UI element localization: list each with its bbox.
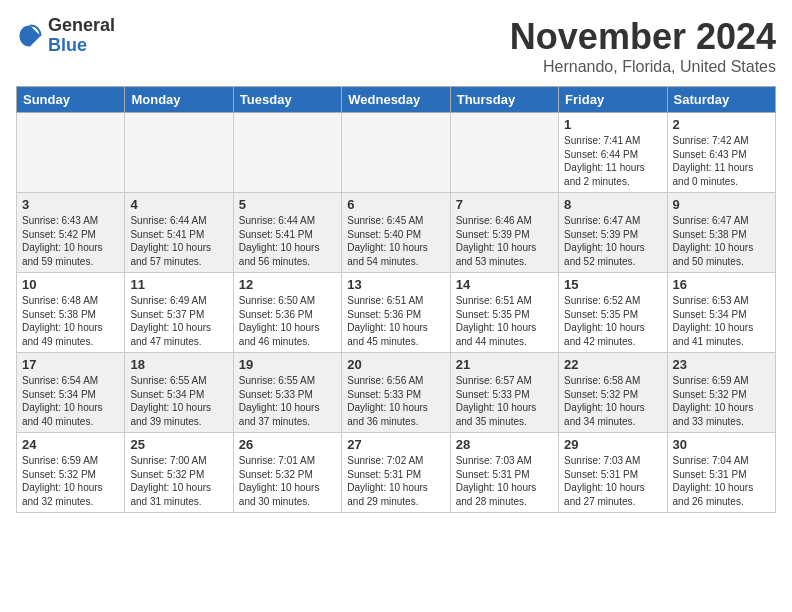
day-number: 16 bbox=[673, 277, 770, 292]
calendar-cell: 10Sunrise: 6:48 AM Sunset: 5:38 PM Dayli… bbox=[17, 273, 125, 353]
calendar-cell: 20Sunrise: 6:56 AM Sunset: 5:33 PM Dayli… bbox=[342, 353, 450, 433]
day-number: 29 bbox=[564, 437, 661, 452]
calendar-cell: 13Sunrise: 6:51 AM Sunset: 5:36 PM Dayli… bbox=[342, 273, 450, 353]
calendar-week-4: 17Sunrise: 6:54 AM Sunset: 5:34 PM Dayli… bbox=[17, 353, 776, 433]
day-info: Sunrise: 6:53 AM Sunset: 5:34 PM Dayligh… bbox=[673, 294, 770, 348]
calendar-cell: 7Sunrise: 6:46 AM Sunset: 5:39 PM Daylig… bbox=[450, 193, 558, 273]
day-number: 26 bbox=[239, 437, 336, 452]
calendar-cell: 6Sunrise: 6:45 AM Sunset: 5:40 PM Daylig… bbox=[342, 193, 450, 273]
calendar-cell: 4Sunrise: 6:44 AM Sunset: 5:41 PM Daylig… bbox=[125, 193, 233, 273]
calendar-cell: 16Sunrise: 6:53 AM Sunset: 5:34 PM Dayli… bbox=[667, 273, 775, 353]
day-info: Sunrise: 7:42 AM Sunset: 6:43 PM Dayligh… bbox=[673, 134, 770, 188]
day-number: 14 bbox=[456, 277, 553, 292]
day-info: Sunrise: 6:44 AM Sunset: 5:41 PM Dayligh… bbox=[130, 214, 227, 268]
day-info: Sunrise: 6:51 AM Sunset: 5:36 PM Dayligh… bbox=[347, 294, 444, 348]
day-info: Sunrise: 6:55 AM Sunset: 5:33 PM Dayligh… bbox=[239, 374, 336, 428]
day-info: Sunrise: 6:59 AM Sunset: 5:32 PM Dayligh… bbox=[673, 374, 770, 428]
calendar-cell: 21Sunrise: 6:57 AM Sunset: 5:33 PM Dayli… bbox=[450, 353, 558, 433]
day-number: 9 bbox=[673, 197, 770, 212]
day-number: 1 bbox=[564, 117, 661, 132]
calendar-cell: 30Sunrise: 7:04 AM Sunset: 5:31 PM Dayli… bbox=[667, 433, 775, 513]
logo-general-text: General bbox=[48, 16, 115, 36]
calendar-cell: 2Sunrise: 7:42 AM Sunset: 6:43 PM Daylig… bbox=[667, 113, 775, 193]
calendar-body: 1Sunrise: 7:41 AM Sunset: 6:44 PM Daylig… bbox=[17, 113, 776, 513]
day-info: Sunrise: 6:47 AM Sunset: 5:39 PM Dayligh… bbox=[564, 214, 661, 268]
day-info: Sunrise: 6:55 AM Sunset: 5:34 PM Dayligh… bbox=[130, 374, 227, 428]
calendar-cell: 1Sunrise: 7:41 AM Sunset: 6:44 PM Daylig… bbox=[559, 113, 667, 193]
calendar-cell: 12Sunrise: 6:50 AM Sunset: 5:36 PM Dayli… bbox=[233, 273, 341, 353]
day-number: 5 bbox=[239, 197, 336, 212]
day-number: 13 bbox=[347, 277, 444, 292]
day-number: 24 bbox=[22, 437, 119, 452]
calendar-header: SundayMondayTuesdayWednesdayThursdayFrid… bbox=[17, 87, 776, 113]
weekday-header-thursday: Thursday bbox=[450, 87, 558, 113]
calendar-cell bbox=[233, 113, 341, 193]
calendar-cell: 22Sunrise: 6:58 AM Sunset: 5:32 PM Dayli… bbox=[559, 353, 667, 433]
weekday-header-friday: Friday bbox=[559, 87, 667, 113]
day-number: 27 bbox=[347, 437, 444, 452]
weekday-row: SundayMondayTuesdayWednesdayThursdayFrid… bbox=[17, 87, 776, 113]
day-info: Sunrise: 7:01 AM Sunset: 5:32 PM Dayligh… bbox=[239, 454, 336, 508]
day-number: 19 bbox=[239, 357, 336, 372]
day-info: Sunrise: 6:54 AM Sunset: 5:34 PM Dayligh… bbox=[22, 374, 119, 428]
day-info: Sunrise: 6:56 AM Sunset: 5:33 PM Dayligh… bbox=[347, 374, 444, 428]
calendar-cell: 17Sunrise: 6:54 AM Sunset: 5:34 PM Dayli… bbox=[17, 353, 125, 433]
calendar-cell: 3Sunrise: 6:43 AM Sunset: 5:42 PM Daylig… bbox=[17, 193, 125, 273]
page-header: General Blue November 2024 Hernando, Flo… bbox=[16, 16, 776, 76]
day-info: Sunrise: 6:51 AM Sunset: 5:35 PM Dayligh… bbox=[456, 294, 553, 348]
day-info: Sunrise: 6:57 AM Sunset: 5:33 PM Dayligh… bbox=[456, 374, 553, 428]
calendar-cell: 23Sunrise: 6:59 AM Sunset: 5:32 PM Dayli… bbox=[667, 353, 775, 433]
weekday-header-sunday: Sunday bbox=[17, 87, 125, 113]
day-info: Sunrise: 7:00 AM Sunset: 5:32 PM Dayligh… bbox=[130, 454, 227, 508]
day-number: 7 bbox=[456, 197, 553, 212]
calendar-cell: 14Sunrise: 6:51 AM Sunset: 5:35 PM Dayli… bbox=[450, 273, 558, 353]
calendar-cell: 24Sunrise: 6:59 AM Sunset: 5:32 PM Dayli… bbox=[17, 433, 125, 513]
calendar-cell: 26Sunrise: 7:01 AM Sunset: 5:32 PM Dayli… bbox=[233, 433, 341, 513]
day-number: 28 bbox=[456, 437, 553, 452]
calendar-cell: 27Sunrise: 7:02 AM Sunset: 5:31 PM Dayli… bbox=[342, 433, 450, 513]
day-info: Sunrise: 6:44 AM Sunset: 5:41 PM Dayligh… bbox=[239, 214, 336, 268]
title-area: November 2024 Hernando, Florida, United … bbox=[510, 16, 776, 76]
day-info: Sunrise: 6:48 AM Sunset: 5:38 PM Dayligh… bbox=[22, 294, 119, 348]
day-info: Sunrise: 6:43 AM Sunset: 5:42 PM Dayligh… bbox=[22, 214, 119, 268]
day-info: Sunrise: 6:46 AM Sunset: 5:39 PM Dayligh… bbox=[456, 214, 553, 268]
calendar-week-3: 10Sunrise: 6:48 AM Sunset: 5:38 PM Dayli… bbox=[17, 273, 776, 353]
day-number: 8 bbox=[564, 197, 661, 212]
day-info: Sunrise: 6:47 AM Sunset: 5:38 PM Dayligh… bbox=[673, 214, 770, 268]
day-info: Sunrise: 7:03 AM Sunset: 5:31 PM Dayligh… bbox=[564, 454, 661, 508]
calendar-cell bbox=[17, 113, 125, 193]
calendar-week-1: 1Sunrise: 7:41 AM Sunset: 6:44 PM Daylig… bbox=[17, 113, 776, 193]
day-info: Sunrise: 6:52 AM Sunset: 5:35 PM Dayligh… bbox=[564, 294, 661, 348]
calendar-cell: 15Sunrise: 6:52 AM Sunset: 5:35 PM Dayli… bbox=[559, 273, 667, 353]
day-number: 6 bbox=[347, 197, 444, 212]
weekday-header-saturday: Saturday bbox=[667, 87, 775, 113]
weekday-header-tuesday: Tuesday bbox=[233, 87, 341, 113]
calendar-cell: 29Sunrise: 7:03 AM Sunset: 5:31 PM Dayli… bbox=[559, 433, 667, 513]
day-number: 20 bbox=[347, 357, 444, 372]
calendar-cell: 8Sunrise: 6:47 AM Sunset: 5:39 PM Daylig… bbox=[559, 193, 667, 273]
day-number: 30 bbox=[673, 437, 770, 452]
day-number: 11 bbox=[130, 277, 227, 292]
calendar-week-5: 24Sunrise: 6:59 AM Sunset: 5:32 PM Dayli… bbox=[17, 433, 776, 513]
location: Hernando, Florida, United States bbox=[510, 58, 776, 76]
calendar-cell: 28Sunrise: 7:03 AM Sunset: 5:31 PM Dayli… bbox=[450, 433, 558, 513]
calendar-cell: 19Sunrise: 6:55 AM Sunset: 5:33 PM Dayli… bbox=[233, 353, 341, 433]
day-number: 4 bbox=[130, 197, 227, 212]
calendar-cell: 18Sunrise: 6:55 AM Sunset: 5:34 PM Dayli… bbox=[125, 353, 233, 433]
day-number: 23 bbox=[673, 357, 770, 372]
calendar-cell bbox=[125, 113, 233, 193]
day-info: Sunrise: 7:04 AM Sunset: 5:31 PM Dayligh… bbox=[673, 454, 770, 508]
day-number: 18 bbox=[130, 357, 227, 372]
month-title: November 2024 bbox=[510, 16, 776, 58]
calendar-cell: 9Sunrise: 6:47 AM Sunset: 5:38 PM Daylig… bbox=[667, 193, 775, 273]
day-number: 10 bbox=[22, 277, 119, 292]
day-number: 2 bbox=[673, 117, 770, 132]
day-number: 21 bbox=[456, 357, 553, 372]
day-info: Sunrise: 6:50 AM Sunset: 5:36 PM Dayligh… bbox=[239, 294, 336, 348]
day-info: Sunrise: 7:02 AM Sunset: 5:31 PM Dayligh… bbox=[347, 454, 444, 508]
logo-blue-text: Blue bbox=[48, 36, 115, 56]
day-info: Sunrise: 7:03 AM Sunset: 5:31 PM Dayligh… bbox=[456, 454, 553, 508]
day-number: 15 bbox=[564, 277, 661, 292]
day-info: Sunrise: 6:49 AM Sunset: 5:37 PM Dayligh… bbox=[130, 294, 227, 348]
calendar-week-2: 3Sunrise: 6:43 AM Sunset: 5:42 PM Daylig… bbox=[17, 193, 776, 273]
